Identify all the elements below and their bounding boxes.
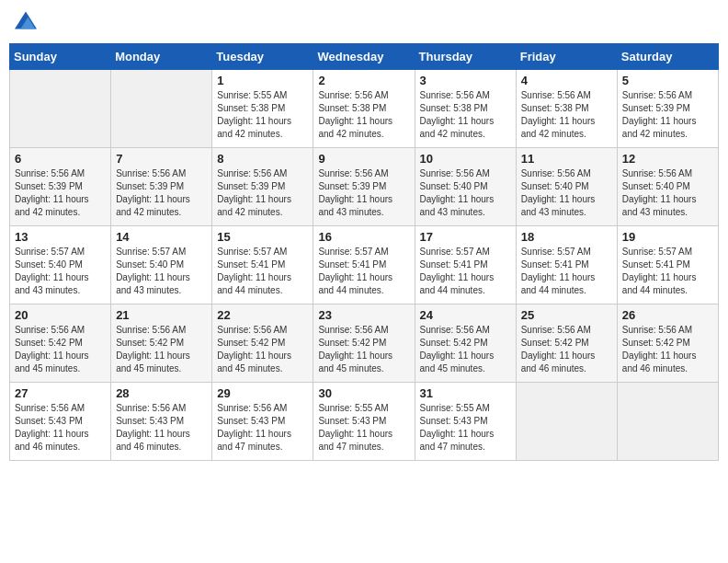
calendar-cell: 19Sunrise: 5:57 AM Sunset: 5:41 PM Dayli…: [617, 226, 718, 304]
day-number: 9: [318, 152, 409, 166]
day-info: Sunrise: 5:56 AM Sunset: 5:40 PM Dayligh…: [521, 167, 612, 219]
week-row-4: 20Sunrise: 5:56 AM Sunset: 5:42 PM Dayli…: [10, 304, 719, 383]
calendar-cell: 27Sunrise: 5:56 AM Sunset: 5:43 PM Dayli…: [10, 383, 111, 461]
day-info: Sunrise: 5:55 AM Sunset: 5:38 PM Dayligh…: [217, 89, 308, 141]
day-number: 2: [318, 74, 409, 87]
calendar-cell: 9Sunrise: 5:56 AM Sunset: 5:39 PM Daylig…: [313, 148, 415, 226]
calendar-cell: 5Sunrise: 5:56 AM Sunset: 5:39 PM Daylig…: [617, 70, 718, 148]
calendar-table: SundayMondayTuesdayWednesdayThursdayFrid…: [9, 43, 719, 461]
calendar-cell: 24Sunrise: 5:56 AM Sunset: 5:42 PM Dayli…: [415, 304, 516, 383]
day-number: 4: [521, 74, 612, 87]
day-info: Sunrise: 5:56 AM Sunset: 5:42 PM Dayligh…: [15, 324, 106, 375]
day-info: Sunrise: 5:56 AM Sunset: 5:42 PM Dayligh…: [318, 324, 409, 375]
day-number: 6: [15, 152, 106, 166]
week-row-2: 6Sunrise: 5:56 AM Sunset: 5:39 PM Daylig…: [10, 148, 719, 226]
calendar-cell: 26Sunrise: 5:56 AM Sunset: 5:42 PM Dayli…: [617, 304, 718, 383]
day-info: Sunrise: 5:56 AM Sunset: 5:40 PM Dayligh…: [622, 167, 713, 219]
day-number: 5: [622, 74, 713, 87]
calendar-cell: [10, 70, 111, 148]
day-number: 10: [420, 152, 511, 166]
calendar-cell: 22Sunrise: 5:56 AM Sunset: 5:42 PM Dayli…: [212, 304, 313, 383]
day-info: Sunrise: 5:56 AM Sunset: 5:39 PM Dayligh…: [318, 167, 409, 219]
day-info: Sunrise: 5:57 AM Sunset: 5:41 PM Dayligh…: [521, 246, 612, 297]
day-info: Sunrise: 5:56 AM Sunset: 5:39 PM Dayligh…: [15, 167, 106, 219]
day-number: 7: [116, 152, 207, 166]
day-info: Sunrise: 5:56 AM Sunset: 5:42 PM Dayligh…: [217, 324, 308, 375]
calendar-cell: 23Sunrise: 5:56 AM Sunset: 5:42 PM Dayli…: [313, 304, 415, 383]
day-number: 16: [318, 230, 409, 244]
calendar-cell: 1Sunrise: 5:55 AM Sunset: 5:38 PM Daylig…: [212, 70, 313, 148]
calendar-cell: [617, 383, 718, 461]
day-number: 27: [15, 386, 106, 400]
calendar-cell: 14Sunrise: 5:57 AM Sunset: 5:40 PM Dayli…: [111, 226, 212, 304]
day-info: Sunrise: 5:56 AM Sunset: 5:43 PM Dayligh…: [116, 402, 207, 454]
calendar-cell: 2Sunrise: 5:56 AM Sunset: 5:38 PM Daylig…: [313, 70, 415, 148]
weekday-header-monday: Monday: [111, 44, 212, 70]
day-info: Sunrise: 5:57 AM Sunset: 5:41 PM Dayligh…: [622, 246, 713, 297]
day-info: Sunrise: 5:56 AM Sunset: 5:43 PM Dayligh…: [15, 402, 106, 454]
day-number: 13: [15, 230, 106, 244]
day-info: Sunrise: 5:56 AM Sunset: 5:40 PM Dayligh…: [420, 167, 511, 219]
day-number: 20: [15, 308, 106, 322]
calendar-cell: 10Sunrise: 5:56 AM Sunset: 5:40 PM Dayli…: [415, 148, 516, 226]
calendar-cell: [111, 70, 212, 148]
calendar-cell: 15Sunrise: 5:57 AM Sunset: 5:41 PM Dayli…: [212, 226, 313, 304]
day-number: 29: [217, 386, 308, 400]
calendar-cell: 29Sunrise: 5:56 AM Sunset: 5:43 PM Dayli…: [212, 383, 313, 461]
day-info: Sunrise: 5:57 AM Sunset: 5:40 PM Dayligh…: [15, 246, 106, 297]
weekday-header-saturday: Saturday: [617, 44, 718, 70]
day-info: Sunrise: 5:56 AM Sunset: 5:38 PM Dayligh…: [420, 89, 511, 141]
logo-icon: [15, 9, 37, 31]
weekday-header-wednesday: Wednesday: [313, 44, 415, 70]
page-header: [9, 9, 719, 36]
calendar-cell: 3Sunrise: 5:56 AM Sunset: 5:38 PM Daylig…: [415, 70, 516, 148]
weekday-header-friday: Friday: [516, 44, 617, 70]
day-info: Sunrise: 5:57 AM Sunset: 5:41 PM Dayligh…: [420, 246, 511, 297]
calendar-cell: 7Sunrise: 5:56 AM Sunset: 5:39 PM Daylig…: [111, 148, 212, 226]
day-number: 31: [420, 386, 511, 400]
calendar-cell: 25Sunrise: 5:56 AM Sunset: 5:42 PM Dayli…: [516, 304, 617, 383]
day-number: 30: [318, 386, 409, 400]
calendar-cell: 4Sunrise: 5:56 AM Sunset: 5:38 PM Daylig…: [516, 70, 617, 148]
calendar-cell: 21Sunrise: 5:56 AM Sunset: 5:42 PM Dayli…: [111, 304, 212, 383]
calendar-cell: 13Sunrise: 5:57 AM Sunset: 5:40 PM Dayli…: [10, 226, 111, 304]
day-number: 19: [622, 230, 713, 244]
calendar-cell: [516, 383, 617, 461]
week-row-1: 1Sunrise: 5:55 AM Sunset: 5:38 PM Daylig…: [10, 70, 719, 148]
day-info: Sunrise: 5:57 AM Sunset: 5:41 PM Dayligh…: [217, 246, 308, 297]
day-info: Sunrise: 5:55 AM Sunset: 5:43 PM Dayligh…: [420, 402, 511, 454]
day-info: Sunrise: 5:56 AM Sunset: 5:42 PM Dayligh…: [116, 324, 207, 375]
day-info: Sunrise: 5:56 AM Sunset: 5:42 PM Dayligh…: [420, 324, 511, 375]
day-info: Sunrise: 5:56 AM Sunset: 5:38 PM Dayligh…: [521, 89, 612, 141]
day-info: Sunrise: 5:57 AM Sunset: 5:40 PM Dayligh…: [116, 246, 207, 297]
calendar-cell: 18Sunrise: 5:57 AM Sunset: 5:41 PM Dayli…: [516, 226, 617, 304]
day-number: 3: [420, 74, 511, 87]
day-number: 18: [521, 230, 612, 244]
day-number: 25: [521, 308, 612, 322]
day-number: 21: [116, 308, 207, 322]
day-number: 1: [217, 74, 308, 87]
day-number: 24: [420, 308, 511, 322]
calendar-cell: 17Sunrise: 5:57 AM Sunset: 5:41 PM Dayli…: [415, 226, 516, 304]
day-number: 26: [622, 308, 713, 322]
week-row-3: 13Sunrise: 5:57 AM Sunset: 5:40 PM Dayli…: [10, 226, 719, 304]
day-number: 22: [217, 308, 308, 322]
day-info: Sunrise: 5:57 AM Sunset: 5:41 PM Dayligh…: [318, 246, 409, 297]
day-info: Sunrise: 5:56 AM Sunset: 5:42 PM Dayligh…: [521, 324, 612, 375]
calendar-cell: 30Sunrise: 5:55 AM Sunset: 5:43 PM Dayli…: [313, 383, 415, 461]
day-info: Sunrise: 5:56 AM Sunset: 5:38 PM Dayligh…: [318, 89, 409, 141]
day-info: Sunrise: 5:56 AM Sunset: 5:39 PM Dayligh…: [217, 167, 308, 219]
calendar-header-row: SundayMondayTuesdayWednesdayThursdayFrid…: [10, 44, 719, 70]
day-number: 15: [217, 230, 308, 244]
day-number: 23: [318, 308, 409, 322]
calendar-cell: 8Sunrise: 5:56 AM Sunset: 5:39 PM Daylig…: [212, 148, 313, 226]
calendar-cell: 31Sunrise: 5:55 AM Sunset: 5:43 PM Dayli…: [415, 383, 516, 461]
day-number: 14: [116, 230, 207, 244]
week-row-5: 27Sunrise: 5:56 AM Sunset: 5:43 PM Dayli…: [10, 383, 719, 461]
weekday-header-sunday: Sunday: [10, 44, 111, 70]
calendar-cell: 16Sunrise: 5:57 AM Sunset: 5:41 PM Dayli…: [313, 226, 415, 304]
calendar-cell: 20Sunrise: 5:56 AM Sunset: 5:42 PM Dayli…: [10, 304, 111, 383]
logo: [13, 9, 37, 36]
day-info: Sunrise: 5:56 AM Sunset: 5:42 PM Dayligh…: [622, 324, 713, 375]
day-info: Sunrise: 5:55 AM Sunset: 5:43 PM Dayligh…: [318, 402, 409, 454]
